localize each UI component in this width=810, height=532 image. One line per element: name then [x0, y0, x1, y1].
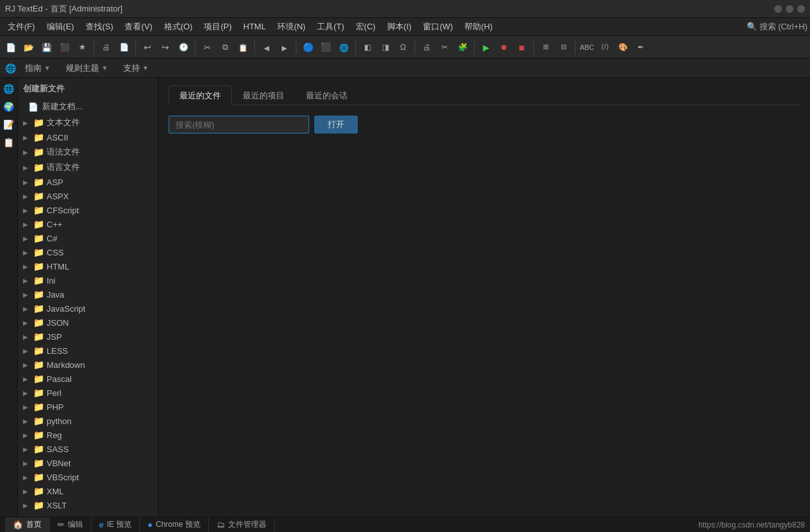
sidebar-folder-pascal[interactable]: ▶ 📁 Pascal — [18, 372, 158, 386]
find-button[interactable]: 🔵 — [300, 39, 316, 56]
copy-button[interactable] — [217, 39, 233, 56]
save-button[interactable] — [38, 39, 55, 56]
subnav-guide[interactable]: 指南 ▼ — [19, 61, 57, 76]
menu-find[interactable]: 查找(S) — [80, 19, 118, 34]
open-button[interactable] — [20, 39, 37, 56]
print-button[interactable]: 🖨 — [98, 39, 114, 56]
sidebar-folder-cs[interactable]: ▶ 📁 C# — [18, 231, 158, 245]
sidebar-folder-syntax[interactable]: ▶ 📁 语法文件 — [18, 144, 158, 160]
scissors-button[interactable]: ✂ — [436, 39, 453, 56]
new-button[interactable] — [3, 39, 19, 56]
color-button[interactable]: 🎨 — [615, 39, 631, 56]
sidebar-folder-json[interactable]: ▶ 📁 JSON — [18, 315, 158, 330]
close-icon[interactable] — [797, 5, 805, 13]
sidebar-folder-cpp[interactable]: ▶ 📁 C++ — [18, 217, 158, 231]
menu-env[interactable]: 环境(N) — [272, 19, 310, 34]
sidebar-folder-ascii[interactable]: ▶ 📁 ASCII — [18, 130, 158, 144]
sidebar-folder-xslt[interactable]: ▶ 📁 XSLT — [18, 498, 158, 512]
undo-button[interactable] — [139, 39, 156, 56]
menu-window[interactable]: 窗口(W) — [418, 19, 458, 34]
menu-script[interactable]: 脚本(I) — [382, 19, 416, 34]
menu-project[interactable]: 项目(P) — [199, 19, 236, 34]
folder-icon-text: 📁 — [33, 118, 44, 128]
print2-button[interactable]: 📄 — [116, 39, 132, 56]
sidebar-folder-php[interactable]: ▶ 📁 PHP — [18, 400, 158, 414]
special-chars-button[interactable]: Ω — [395, 39, 411, 56]
sidebar-folder-reg[interactable]: ▶ 📁 Reg — [18, 428, 158, 442]
back-button[interactable] — [258, 39, 275, 56]
menu-edit[interactable]: 编辑(E) — [42, 19, 79, 34]
left-world-icon[interactable]: 🌍 — [2, 100, 16, 114]
sidebar-folder-cfscript[interactable]: ▶ 📁 CFScript — [18, 203, 158, 217]
status-tab-ie-preview[interactable]: e IE 预览 — [91, 517, 140, 532]
right-panel-button[interactable]: ◨ — [377, 39, 394, 56]
left-globe-icon[interactable]: 🌐 — [2, 82, 16, 96]
sidebar-folder-html[interactable]: ▶ 📁 HTML — [18, 259, 158, 273]
status-tab-file-manager[interactable]: 🗂 文件管理器 — [209, 517, 275, 532]
left-book-icon[interactable]: 📋 — [2, 135, 16, 149]
sidebar-folder-jsp[interactable]: ▶ 📁 JSP — [18, 330, 158, 344]
left-panel-button[interactable]: ◧ — [359, 39, 376, 56]
tab-recent-sessions[interactable]: 最近的会话 — [295, 86, 358, 105]
stop-button[interactable] — [514, 39, 530, 56]
format2-button[interactable]: ⟨/⟩ — [597, 39, 613, 56]
sep9 — [533, 40, 534, 54]
sidebar-folder-xml[interactable]: ▶ 📁 XML — [18, 484, 158, 498]
menu-html[interactable]: HTML — [238, 20, 271, 33]
sidebar-folder-lang[interactable]: ▶ 📁 语言文件 — [18, 160, 158, 175]
replace-button[interactable]: ⬛ — [317, 39, 334, 56]
menu-macro[interactable]: 宏(C) — [351, 19, 381, 34]
run-button[interactable] — [478, 39, 494, 56]
sidebar-folder-markdown[interactable]: ▶ 📁 Markdown — [18, 358, 158, 372]
status-tab-edit[interactable]: ✏ 编辑 — [50, 517, 91, 532]
sidebar-folder-sass[interactable]: ▶ 📁 SASS — [18, 442, 158, 456]
tab-recent-files[interactable]: 最近的文件 — [169, 86, 232, 105]
globe-button[interactable] — [335, 39, 352, 56]
sidebar-folder-css[interactable]: ▶ 📁 CSS — [18, 245, 158, 259]
maximize-icon[interactable] — [786, 5, 793, 13]
sidebar-folder-vbscript[interactable]: ▶ 📁 VBScript — [18, 470, 158, 484]
status-tab-home[interactable]: 🏠 首页 — [5, 517, 50, 532]
folder-arrow-cfscript-icon: ▶ — [23, 207, 31, 214]
forward-button[interactable] — [276, 39, 293, 56]
paste-button[interactable] — [234, 39, 251, 56]
spell-button[interactable]: ABC — [579, 39, 595, 56]
cut-button[interactable] — [199, 39, 215, 56]
menu-tools[interactable]: 工具(T) — [312, 19, 349, 34]
puzzle-button[interactable]: 🧩 — [454, 39, 471, 56]
menu-file[interactable]: 文件(F) — [3, 19, 40, 34]
save-all-button[interactable]: ⬛ — [56, 39, 73, 56]
split-button[interactable]: ⊟ — [555, 39, 572, 56]
sidebar-new-file[interactable]: 📄 新建文档... — [18, 98, 158, 115]
sidebar-folder-text[interactable]: ▶ 📁 文本文件 — [18, 115, 158, 130]
sidebar-folder-asp[interactable]: ▶ 📁 ASP — [18, 175, 158, 189]
favorites-button[interactable]: ★ — [74, 39, 91, 56]
sidebar-folder-java[interactable]: ▶ 📁 Java — [18, 287, 158, 301]
redo-button[interactable] — [157, 39, 174, 56]
tab-recent-projects[interactable]: 最近的项目 — [232, 86, 295, 105]
sidebar-folder-vbnet[interactable]: ▶ 📁 VBNet — [18, 456, 158, 470]
sidebar-folder-python[interactable]: ▶ 📁 python — [18, 414, 158, 428]
menu-help[interactable]: 帮助(H) — [459, 19, 498, 34]
pen-button[interactable]: ✒ — [632, 39, 649, 56]
sidebar-folder-perl[interactable]: ▶ 📁 Perl — [18, 386, 158, 400]
sidebar-folder-less[interactable]: ▶ 📁 LESS — [18, 344, 158, 358]
minimize-icon[interactable] — [774, 5, 782, 13]
sidebar-folder-aspx[interactable]: ▶ 📁 ASPX — [18, 189, 158, 203]
grid-button[interactable]: ⊞ — [537, 39, 554, 56]
left-note-icon[interactable]: 📝 — [2, 118, 16, 132]
subnav-support[interactable]: 支持 ▼ — [117, 61, 155, 76]
history-button[interactable]: 🕐 — [175, 39, 192, 56]
sidebar-folder-ini[interactable]: ▶ 📁 Ini — [18, 273, 158, 287]
print3-button[interactable]: 🖨 — [418, 39, 435, 56]
folder-arrow-vbnet-icon: ▶ — [23, 460, 31, 467]
fuzzy-search-input[interactable] — [169, 116, 309, 133]
sidebar-folder-javascript[interactable]: ▶ 📁 JavaScript — [18, 301, 158, 315]
folder-arrow-xml-icon: ▶ — [23, 488, 31, 495]
subnav-rules[interactable]: 规则主题 ▼ — [59, 61, 114, 76]
record-button[interactable]: ⏺ — [496, 39, 512, 56]
menu-view[interactable]: 查看(V) — [119, 19, 157, 34]
menu-format[interactable]: 格式(O) — [159, 19, 198, 34]
open-file-button[interactable]: 打开 — [314, 116, 358, 133]
status-tab-chrome-preview[interactable]: ● Chrome 预览 — [140, 517, 209, 532]
